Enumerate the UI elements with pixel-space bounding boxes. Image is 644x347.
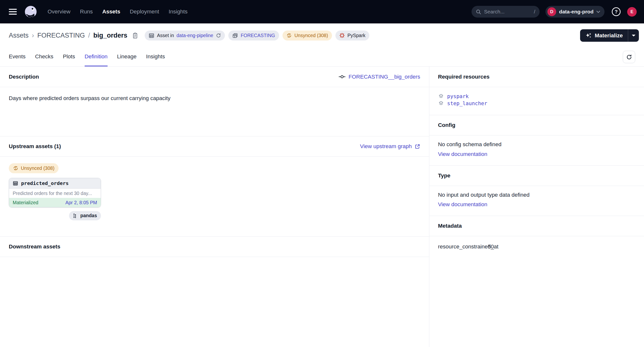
resource-item: step_launcher — [438, 100, 636, 107]
asset-card-description: Predicted orders for the next 30 day... — [9, 189, 101, 198]
layers-icon — [438, 94, 444, 99]
type-header: Type — [429, 166, 644, 186]
type-title: Type — [438, 172, 450, 179]
asset-tabs: Events Checks Plots Definition Lineage I… — [0, 48, 644, 66]
compute-kind-row: pandas — [9, 211, 101, 220]
unsynced-badge[interactable]: Unsynced (308) — [9, 163, 58, 173]
asset-tags: Asset in data-eng-pipeline FORECASTING — [145, 30, 370, 40]
nav-assets[interactable]: Assets — [102, 8, 120, 15]
resource-link-pyspark[interactable]: pyspark — [447, 93, 469, 100]
deployment-switcher[interactable]: D data-eng-prod — [546, 6, 604, 18]
downstream-title: Downstream assets — [9, 244, 60, 250]
copy-button[interactable] — [132, 32, 138, 39]
dagster-app: Overview Runs Assets Deployment Insights… — [0, 0, 644, 347]
metadata-table: resource_constrained_at 50 — [429, 236, 644, 260]
type-message: No input and output type data defined — [438, 192, 636, 198]
pipeline-link[interactable]: data-eng-pipeline — [176, 33, 213, 38]
nav-insights[interactable]: Insights — [168, 8, 188, 15]
config-docs-link[interactable]: View documentation — [438, 151, 488, 158]
menu-icon[interactable] — [9, 9, 17, 14]
config-header: Config — [429, 115, 644, 136]
job-link[interactable]: FORECASTING__big_orders — [338, 74, 420, 80]
upstream-asset-card[interactable]: predicted_orders Predicted orders for th… — [9, 178, 101, 208]
table-icon — [148, 33, 154, 38]
tab-lineage[interactable]: Lineage — [117, 48, 136, 66]
pandas-tag[interactable]: pandas — [69, 211, 101, 220]
question-mark-icon: ? — [615, 9, 618, 15]
nav-deployment[interactable]: Deployment — [130, 8, 159, 15]
top-nav: Overview Runs Assets Deployment Insights… — [0, 0, 644, 24]
metadata-title: Metadata — [438, 223, 462, 229]
materialize-label: Materialize — [595, 32, 623, 39]
materialize-dropdown-button[interactable] — [628, 29, 639, 42]
resources-list: pyspark step_launcher — [429, 87, 644, 115]
metadata-header: Metadata — [429, 216, 644, 236]
tab-insights[interactable]: Insights — [146, 48, 165, 66]
right-panel: Required resources pyspark step_launcher — [429, 66, 644, 347]
pandas-icon — [73, 213, 78, 219]
metadata-row: resource_constrained_at 50 — [438, 242, 636, 251]
tab-events[interactable]: Events — [9, 48, 26, 66]
external-link-icon — [415, 144, 420, 149]
asset-card-header: predicted_orders — [9, 178, 101, 189]
materialize-button[interactable]: Materialize — [580, 29, 628, 42]
upstream-title: Upstream assets (1) — [9, 143, 61, 150]
resources-title: Required resources — [438, 74, 490, 80]
view-upstream-graph-label: View upstream graph — [360, 143, 412, 150]
definition-content: Description FORECASTING__big_orders Days… — [0, 66, 644, 347]
view-upstream-graph-link[interactable]: View upstream graph — [360, 143, 420, 150]
job-link-label: FORECASTING__big_orders — [348, 74, 420, 80]
deployment-badge: D — [548, 7, 556, 16]
dagster-logo[interactable] — [24, 4, 38, 19]
tab-checks[interactable]: Checks — [35, 48, 54, 66]
materialized-status: Materialized — [13, 200, 38, 206]
breadcrumb-assets[interactable]: Assets — [9, 32, 28, 39]
table-icon — [13, 180, 18, 186]
config-title: Config — [438, 122, 456, 128]
tag-prefix: Asset in — [157, 33, 174, 38]
description-text: Days where predicted orders surpass our … — [0, 87, 429, 136]
resources-header: Required resources — [429, 66, 644, 87]
description-header: Description FORECASTING__big_orders — [0, 66, 429, 87]
asset-name: big_orders — [94, 32, 128, 39]
chevron-down-icon — [596, 11, 600, 13]
stacked-tables-icon — [232, 33, 238, 38]
search-icon — [476, 9, 481, 14]
tab-definition[interactable]: Definition — [85, 48, 108, 66]
materialized-timestamp[interactable]: Apr 2, 8:05 PM — [66, 200, 97, 206]
resource-item: pyspark — [438, 93, 636, 100]
nav-overview[interactable]: Overview — [48, 8, 70, 15]
user-avatar[interactable]: E — [627, 7, 637, 16]
tag-asset-in-pipeline[interactable]: Asset in data-eng-pipeline — [145, 30, 225, 40]
tag-pyspark-label: PySpark — [347, 33, 366, 38]
sync-alert-icon — [13, 166, 18, 171]
refresh-icon — [626, 54, 632, 60]
search-placeholder: Search... — [484, 9, 531, 15]
refresh-icon[interactable] — [216, 33, 221, 38]
metadata-key: resource_constrained_at — [438, 244, 488, 250]
search-input[interactable]: Search... / — [472, 6, 540, 18]
type-body: No input and output type data defined Vi… — [429, 186, 644, 216]
pandas-tag-label: pandas — [80, 213, 97, 218]
refresh-button[interactable] — [623, 51, 635, 63]
config-body: No config schema defined View documentat… — [429, 136, 644, 166]
type-docs-link[interactable]: View documentation — [438, 201, 488, 208]
description-title: Description — [9, 74, 39, 80]
tag-unsynced[interactable]: Unsynced (308) — [282, 30, 332, 40]
tag-group-forecasting[interactable]: FORECASTING — [228, 30, 279, 40]
left-panel: Description FORECASTING__big_orders Days… — [0, 66, 429, 347]
help-button[interactable]: ? — [612, 7, 620, 16]
sparkles-icon — [585, 32, 592, 39]
clipboard-icon — [132, 32, 138, 39]
tab-plots[interactable]: Plots — [63, 48, 75, 66]
asset-card-name: predicted_orders — [21, 180, 69, 186]
metadata-value: 50 — [488, 244, 494, 250]
search-shortcut-hint: / — [534, 9, 536, 15]
sync-alert-icon — [286, 33, 292, 38]
nav-runs[interactable]: Runs — [80, 8, 93, 15]
tag-pyspark[interactable]: PySpark — [336, 30, 370, 40]
deployment-name: data-eng-prod — [559, 9, 594, 15]
upstream-header: Upstream assets (1) View upstream graph — [0, 136, 429, 157]
breadcrumb-group[interactable]: FORECASTING — [37, 32, 85, 39]
resource-link-step-launcher[interactable]: step_launcher — [447, 100, 487, 107]
